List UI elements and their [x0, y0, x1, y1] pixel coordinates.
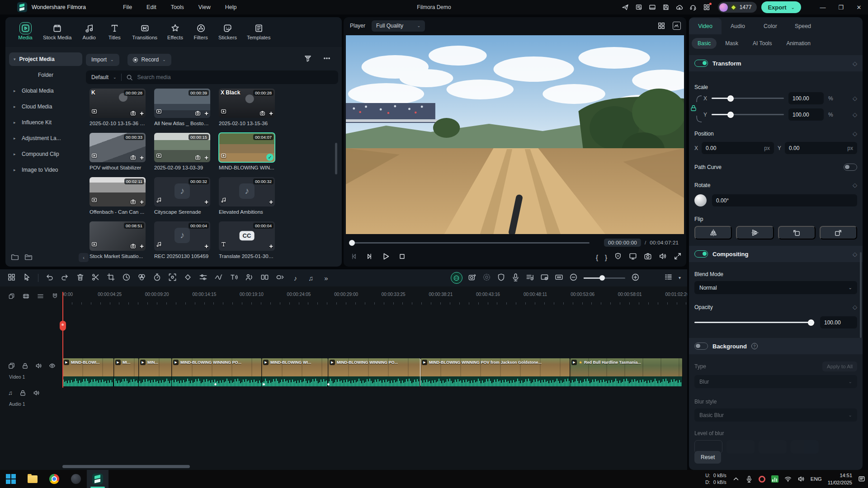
- microphone-icon[interactable]: [745, 475, 753, 483]
- scale-lock-icon[interactable]: [690, 104, 697, 112]
- language-indicator[interactable]: ENG: [811, 476, 822, 482]
- add-to-timeline-button[interactable]: +: [204, 154, 208, 161]
- add-to-timeline-button[interactable]: +: [140, 110, 144, 117]
- bg-type-dropdown[interactable]: Blur⌄: [694, 375, 857, 388]
- media-item[interactable]: 00:00:39+All New Atlas _ Boston...: [154, 89, 210, 133]
- position-x-field[interactable]: 0.00px: [702, 142, 774, 154]
- media-thumbnail[interactable]: ♪00:00:32+: [154, 177, 210, 206]
- audio-ducking-button[interactable]: [214, 273, 223, 283]
- transport-mirror-button[interactable]: [629, 252, 637, 262]
- tab-titles[interactable]: Titles: [104, 21, 125, 47]
- playhead[interactable]: [62, 292, 63, 388]
- sidebar-item-folder[interactable]: Folder: [9, 68, 82, 82]
- new-folder-icon[interactable]: [11, 253, 19, 261]
- media-thumbnail[interactable]: 00:04:07✓: [219, 133, 275, 162]
- mute-track-icon[interactable]: [33, 389, 40, 396]
- keyframe-icon[interactable]: ◇: [853, 111, 857, 118]
- sidebar-item-project-media[interactable]: ▾ Project Media: [9, 52, 82, 66]
- timeline-clip[interactable]: ▶MIND-BLOWING WI...: [262, 358, 328, 386]
- rotate-value[interactable]: 0.00°: [712, 194, 857, 206]
- multi-view-icon[interactable]: [657, 22, 665, 30]
- transport-snapshot-button[interactable]: [644, 252, 652, 262]
- media-item[interactable]: ♪00:00:32+Elevated Ambitions: [219, 177, 275, 221]
- add-to-timeline-button[interactable]: +: [204, 198, 208, 205]
- chevron-down-icon[interactable]: ▾: [679, 276, 681, 280]
- transport-step-back-button[interactable]: [350, 253, 358, 262]
- seek-bar[interactable]: [350, 242, 590, 244]
- timeline-ruler[interactable]: 00:0000:00:04:2500:00:09:2000:00:14:1500…: [62, 292, 687, 305]
- opacity-slider[interactable]: [694, 322, 815, 323]
- scale-x-slider[interactable]: [712, 98, 784, 99]
- video-preview[interactable]: [346, 35, 684, 234]
- adjust-button[interactable]: [199, 273, 208, 283]
- media-item[interactable]: ♪00:00:04+REC 20250130 105459: [154, 221, 210, 266]
- undo-button[interactable]: [45, 273, 54, 283]
- transition-button[interactable]: [260, 273, 269, 283]
- rotate-cw-button[interactable]: [820, 226, 857, 239]
- speed-ramp-button[interactable]: [153, 273, 161, 283]
- ai-audio-button[interactable]: ♫: [307, 274, 315, 282]
- tab-stickers[interactable]: Stickers: [215, 21, 240, 47]
- render-button[interactable]: [23, 293, 29, 301]
- copy-button[interactable]: [8, 293, 15, 301]
- properties-scrollbar[interactable]: [860, 252, 862, 338]
- blur-style-dropdown[interactable]: Basic Blur⌄: [694, 408, 857, 422]
- keyframe-icon[interactable]: ◇: [853, 251, 857, 258]
- position-y-field[interactable]: 0.00px: [785, 142, 857, 154]
- taskbar-start-button[interactable]: [0, 470, 22, 488]
- screen-record-button[interactable]: [482, 273, 491, 283]
- flip-vertical-button[interactable]: [736, 226, 774, 239]
- menu-edit[interactable]: Edit: [141, 2, 162, 12]
- media-item[interactable]: K00:00:28+2025-02-10 13-15-36 9...: [90, 89, 146, 133]
- transport-stop-button[interactable]: [398, 253, 406, 262]
- tray-expand-icon[interactable]: [732, 475, 740, 483]
- split-button[interactable]: [91, 273, 100, 283]
- tab-stock-media[interactable]: Stock Media: [40, 21, 75, 47]
- sidebar-item-image-to-video[interactable]: ▸Image to Video: [9, 163, 82, 177]
- voiceover-button[interactable]: [511, 273, 520, 283]
- magnet-button[interactable]: [52, 293, 58, 301]
- transport-step-forward-button[interactable]: [366, 253, 373, 262]
- add-to-timeline-button[interactable]: +: [204, 110, 208, 117]
- speed-button[interactable]: [122, 273, 131, 283]
- timeline-clip[interactable]: ▶MI...: [114, 358, 139, 386]
- properties-subtab-animation[interactable]: Animation: [780, 38, 816, 49]
- record-button[interactable]: Record⌄: [127, 54, 171, 66]
- media-item[interactable]: 00:04:07✓MIND-BLOWING WIN...: [219, 133, 275, 177]
- blend-mode-dropdown[interactable]: Normal⌄: [694, 281, 857, 294]
- marker-button[interactable]: [497, 273, 505, 283]
- export-button[interactable]: Export⌄: [761, 1, 801, 13]
- media-thumbnail[interactable]: X Black00:00:28+: [219, 89, 275, 118]
- media-thumbnail[interactable]: 00:00:33+: [90, 133, 146, 162]
- notifications-icon[interactable]: [858, 475, 865, 483]
- zoom-out-button[interactable]: [569, 273, 578, 283]
- menu-tools[interactable]: Tools: [165, 2, 189, 12]
- blur-level-option[interactable]: [759, 440, 787, 454]
- add-to-timeline-button[interactable]: +: [269, 198, 273, 205]
- properties-tab-color[interactable]: Color: [754, 18, 787, 34]
- open-folder-icon[interactable]: [24, 253, 33, 261]
- wifi-icon[interactable]: [784, 475, 792, 483]
- timeline-clip[interactable]: ▶MIND-BLOWING WINNING POV from Jackson G…: [420, 358, 570, 386]
- tab-effects[interactable]: Effects: [164, 21, 186, 47]
- taskbar-explorer-button[interactable]: [22, 470, 43, 488]
- audio-stretch-button[interactable]: [526, 273, 534, 283]
- transport-mark-in-button[interactable]: {: [596, 253, 598, 261]
- media-thumbnail[interactable]: 00:00:15+: [154, 133, 210, 162]
- media-item[interactable]: 00:02:11+Offenbach - Can Can ...: [90, 177, 146, 221]
- add-to-timeline-button[interactable]: +: [140, 198, 144, 205]
- keyframe-icon[interactable]: ◇: [853, 304, 857, 310]
- clock-widget[interactable]: 14:51 11/02/2025: [828, 472, 852, 487]
- zoom-in-button[interactable]: [631, 273, 640, 283]
- minimize-button[interactable]: —: [814, 0, 832, 14]
- recorder-tray-icon[interactable]: [759, 476, 765, 483]
- more-options-icon[interactable]: [323, 54, 331, 62]
- seek-handle[interactable]: [349, 240, 355, 246]
- sidebar-item-influence-kit[interactable]: ▸Influence Kit: [9, 115, 82, 129]
- track-manager-button[interactable]: [664, 273, 673, 283]
- keyframe-icon[interactable]: ◇: [853, 182, 857, 188]
- tab-transitions[interactable]: Transitions: [129, 21, 160, 47]
- account-credits-pill[interactable]: 1477: [718, 2, 757, 13]
- path-curve-toggle[interactable]: [844, 164, 857, 171]
- crop-button[interactable]: [107, 273, 115, 283]
